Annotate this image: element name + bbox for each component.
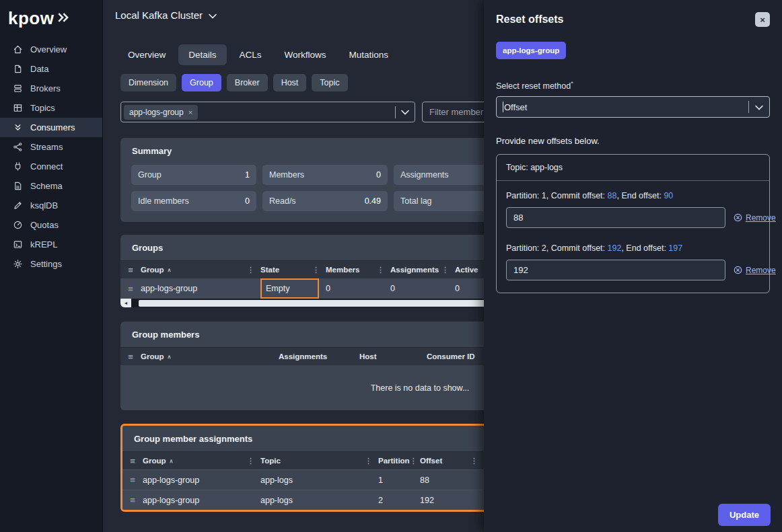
chevron-down-icon[interactable] [209, 9, 217, 21]
kpow-logo[interactable]: kpow [0, 0, 102, 40]
tab-details[interactable]: Details [178, 44, 226, 65]
column-header-group[interactable]: Group∧ ⋮ [141, 261, 260, 278]
document-icon [13, 181, 23, 191]
sidebar-item-schema[interactable]: Schema [0, 176, 102, 196]
gauge-icon [13, 220, 23, 230]
stat-label: Members [269, 170, 304, 180]
stat-label: Group [138, 170, 162, 180]
column-header-topic[interactable]: Topic ⋮ [260, 452, 378, 469]
remove-partition-2-link[interactable]: Remove [734, 266, 776, 275]
sidebar-item-consumers[interactable]: Consumers [0, 118, 102, 137]
cluster-name[interactable]: Local Kafka Cluster [115, 9, 203, 21]
column-menu-icon[interactable]: ⋮ [365, 457, 372, 465]
group-filter-input[interactable]: app-logs-group × [120, 102, 415, 122]
column-header-partition[interactable]: Partition ⋮ [378, 452, 420, 469]
column-header-members[interactable]: Members ⋮ [326, 261, 390, 278]
sidebar-item-settings[interactable]: Settings [0, 254, 102, 274]
sidebar-item-overview[interactable]: Overview [0, 40, 102, 59]
sort-asc-icon: ∧ [168, 354, 172, 360]
stat-value: 0 [245, 196, 250, 206]
update-button[interactable]: Update [718, 504, 771, 526]
row-menu-icon[interactable]: ≡ [130, 475, 135, 485]
cell-group: app-logs-group [141, 284, 260, 293]
tab-workflows[interactable]: Workflows [275, 44, 336, 65]
sidebar-item-streams[interactable]: Streams [0, 137, 102, 157]
pencil-icon [13, 200, 23, 211]
close-icon: × [760, 15, 765, 25]
tab-mutations[interactable]: Mutations [339, 44, 399, 65]
sidebar-item-label: Consumers [30, 122, 75, 132]
sidebar-item-ksqldb[interactable]: ksqlDB [0, 196, 102, 215]
column-menu-icon[interactable]: ⋮ [312, 266, 320, 274]
column-menu-icon[interactable]: ⋮ [247, 266, 254, 274]
remove-partition-1-link[interactable]: Remove [734, 213, 776, 223]
column-menu-icon[interactable]: ⋮ [410, 457, 417, 465]
chip-remove-icon[interactable]: × [188, 108, 192, 116]
column-menu-icon[interactable]: ⋮ [470, 457, 478, 465]
sidebar-nav: Overview Data Brokers Topics Consumers S… [0, 40, 102, 274]
sidebar-item-topics[interactable]: Topics [0, 98, 102, 118]
sidebar-item-label: Data [30, 64, 48, 74]
partition-2-info: Partition: 2, Commit offset: 192, End of… [506, 243, 760, 253]
filter-dropdown-chevron-icon[interactable] [396, 110, 415, 115]
stat-reads: Read/s 0.49 [262, 191, 388, 211]
dimension-host-button[interactable]: Host [273, 74, 307, 91]
sort-asc-icon: ∧ [170, 458, 174, 464]
sidebar-item-krepl[interactable]: kREPL [0, 235, 102, 254]
close-button[interactable]: × [755, 12, 770, 27]
sidebar-item-brokers[interactable]: Brokers [0, 79, 102, 98]
sidebar-item-label: Schema [30, 181, 63, 191]
divider [748, 101, 749, 113]
row-menu-icon[interactable]: ≡ [130, 495, 135, 505]
text-cursor [503, 102, 503, 112]
cell-assignments: 0 [390, 284, 455, 293]
dimension-broker-button[interactable]: Broker [227, 74, 268, 91]
menu-icon[interactable]: ≡ [128, 265, 133, 275]
select-chevron-down-icon[interactable] [755, 102, 763, 112]
end-offset-value: 197 [668, 243, 682, 253]
column-header-host[interactable]: Host [359, 348, 427, 365]
partition-1-info: Partition: 1, Commit offset: 88, End off… [506, 191, 760, 200]
chip-label: app-logs-group [129, 108, 184, 117]
topic-card-title: Topic: app-logs [497, 155, 769, 181]
sidebar-item-label: Overview [30, 44, 67, 54]
sidebar-item-connect[interactable]: Connect [0, 157, 102, 176]
column-header-assignments[interactable]: Assignments ⋮ [390, 261, 455, 278]
logo-chevrons-icon [57, 11, 71, 26]
column-header-group[interactable]: Group∧ ⋮ [143, 452, 260, 469]
reset-method-select[interactable]: Offset [496, 96, 770, 118]
scroll-left-button[interactable]: ◂ [120, 299, 131, 307]
sidebar-item-label: Settings [30, 259, 62, 269]
offset-input-partition-1[interactable] [506, 207, 725, 228]
tab-overview[interactable]: Overview [118, 44, 176, 65]
sidebar-item-data[interactable]: Data [0, 59, 102, 79]
offset-input-partition-2[interactable] [506, 260, 725, 280]
column-menu-icon[interactable]: ⋮ [247, 457, 254, 465]
column-menu-icon[interactable]: ⋮ [377, 266, 384, 274]
column-header-offset[interactable]: Offset ⋮ [420, 452, 484, 469]
sidebar-item-quotas[interactable]: Quotas [0, 215, 102, 235]
menu-icon[interactable]: ≡ [130, 456, 135, 466]
stat-label: Read/s [269, 196, 296, 206]
column-header-group[interactable]: Group∧ [141, 348, 279, 365]
tab-acls[interactable]: ACLs [229, 44, 272, 65]
sidebar-item-label: Quotas [30, 220, 59, 230]
table-grid-icon [13, 103, 23, 113]
cell-offset: 192 [420, 496, 484, 505]
column-menu-icon[interactable]: ⋮ [441, 266, 449, 274]
offsets-instruction: Provide new offsets below. [496, 136, 770, 146]
column-header-state[interactable]: State ⋮ [260, 261, 326, 278]
sort-asc-icon: ∧ [168, 267, 172, 273]
row-menu-icon[interactable]: ≡ [128, 284, 133, 294]
menu-icon[interactable]: ≡ [128, 352, 133, 362]
topic-offsets-card: Topic: app-logs Partition: 1, Commit off… [496, 154, 770, 293]
remove-circle-icon [734, 266, 742, 274]
stat-idle-members: Idle members 0 [131, 191, 256, 211]
remove-circle-icon [734, 213, 742, 222]
group-filter-chip[interactable]: app-logs-group × [124, 105, 198, 120]
cell-partition: 1 [378, 476, 420, 485]
column-header-assignments[interactable]: Assignments [279, 348, 359, 365]
cell-partition: 2 [378, 496, 420, 505]
dimension-topic-button[interactable]: Topic [312, 74, 347, 91]
dimension-group-button[interactable]: Group [182, 74, 221, 91]
